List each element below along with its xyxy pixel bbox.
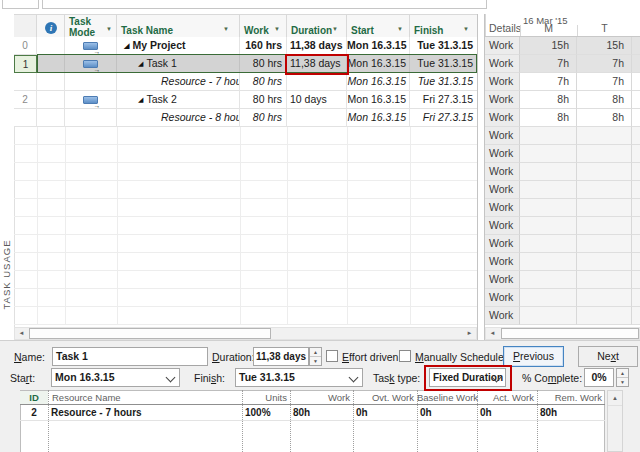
filter-arrow-icon[interactable]: ▼	[463, 24, 469, 35]
finish-cell[interactable]: Fri 27.3.15	[410, 109, 477, 127]
work-value-cell[interactable]	[520, 181, 577, 199]
grid-header-work[interactable]: Work	[290, 392, 350, 404]
work-value-cell[interactable]	[577, 289, 632, 307]
row-number[interactable]	[14, 73, 37, 91]
work-value-cell[interactable]	[577, 127, 632, 145]
start-dropdown[interactable]: Mon 16.3.15	[51, 368, 180, 387]
grid-row-resource-name[interactable]: Resource - 7 hours	[51, 406, 142, 419]
scroll-up-icon[interactable]: ▲	[608, 391, 622, 406]
work-cell[interactable]: 80 hrs	[240, 109, 287, 127]
work-value-cell[interactable]: 15h	[520, 37, 577, 55]
finish-cell[interactable]: Tue 31.3.15	[410, 55, 477, 73]
day-header-monday[interactable]: M	[520, 22, 577, 34]
info-cell[interactable]	[37, 91, 65, 109]
grid-row-units[interactable]: 100%	[245, 406, 271, 419]
empty-sheet-row[interactable]	[14, 127, 477, 145]
work-value-cell[interactable]: 8h	[577, 109, 632, 127]
info-cell[interactable]	[37, 55, 65, 73]
row-number[interactable]: 2	[14, 91, 37, 109]
work-cell[interactable]: 80 hrs	[240, 91, 287, 109]
empty-sheet-row[interactable]	[14, 289, 477, 307]
select-all-corner[interactable]	[14, 15, 37, 38]
finish-cell[interactable]: Tue 31.3.15	[410, 37, 477, 55]
empty-sheet-row[interactable]	[14, 253, 477, 271]
start-cell[interactable]: Mon 16.3.15	[347, 37, 410, 55]
duration-cell[interactable]	[287, 109, 347, 127]
task-type-dropdown[interactable]: Fixed Duration	[429, 368, 506, 387]
filter-arrow-icon[interactable]: ▼	[274, 24, 280, 35]
start-cell[interactable]: Mon 16.3.15	[347, 55, 410, 73]
start-cell[interactable]: Mon 16.3.15	[347, 91, 410, 109]
task-mode-cell[interactable]	[65, 109, 117, 127]
grid-row-work[interactable]: 80h	[293, 406, 310, 419]
work-value-cell[interactable]	[520, 145, 577, 163]
grid-row-baseline-work[interactable]: 0h	[420, 406, 432, 419]
column-header-info[interactable]: i	[37, 15, 65, 38]
grid-header-act-work[interactable]: Act. Work	[477, 392, 534, 404]
table-row-task-2[interactable]: 2 → ◢Task 2 80 hrs 10 days Mon 16.3.15 F…	[14, 91, 477, 109]
grid-header-resource-name[interactable]: Resource Name	[52, 392, 121, 404]
column-header-duration[interactable]: Duration ▼	[287, 15, 347, 38]
work-value-cell[interactable]	[520, 307, 577, 325]
empty-sheet-row[interactable]	[14, 235, 477, 253]
work-value-cell[interactable]: 7h	[577, 55, 632, 73]
grid-header-baseline-work[interactable]: Baseline Work	[417, 392, 477, 404]
table-row-my-project[interactable]: 0 → ◢My Project 160 hrs 11,38 days Mon 1…	[14, 37, 477, 55]
task-mode-cell[interactable]	[65, 73, 117, 91]
scrollbar-thumb[interactable]	[29, 328, 271, 339]
grid-row-id[interactable]: 2	[20, 406, 48, 419]
work-cell[interactable]: 80 hrs	[240, 55, 287, 73]
scroll-right-icon[interactable]: ►	[463, 328, 476, 339]
info-cell[interactable]	[37, 73, 65, 91]
expand-triangle-icon[interactable]: ◢	[138, 96, 143, 103]
work-value-cell[interactable]	[520, 127, 577, 145]
column-header-start[interactable]: Start ▼	[347, 15, 410, 38]
work-value-cell[interactable]	[577, 181, 632, 199]
work-value-cell[interactable]: 8h	[520, 91, 577, 109]
info-cell[interactable]	[37, 109, 65, 127]
filter-arrow-icon[interactable]: ▼	[332, 24, 338, 35]
empty-sheet-row[interactable]	[14, 199, 477, 217]
column-header-task-mode[interactable]: Task Mode ▼	[65, 15, 117, 38]
finish-cell[interactable]: Tue 31.3.15	[410, 73, 477, 91]
row-number[interactable]: 1	[14, 55, 37, 73]
table-row-task-1-selected[interactable]: 1 → ◢Task 1 80 hrs 11,38 days Mon 16.3.1…	[14, 55, 477, 73]
work-value-cell[interactable]	[577, 217, 632, 235]
grid-row-rem-work[interactable]: 80h	[540, 406, 557, 419]
work-cell[interactable]: 160 hrs	[240, 37, 287, 55]
usage-horizontal-scrollbar[interactable]: ◄	[485, 327, 640, 340]
duration-cell[interactable]: 11,38 days	[287, 55, 347, 73]
scrollbar-thumb[interactable]	[501, 328, 639, 339]
duration-cell[interactable]: 11,38 days	[287, 37, 347, 55]
grid-header-ovt-work[interactable]: Ovt. Work	[353, 392, 414, 404]
expand-triangle-icon[interactable]: ◢	[138, 60, 143, 67]
task-name-cell[interactable]: ◢My Project	[117, 37, 240, 55]
work-value-cell[interactable]	[520, 217, 577, 235]
resource-name-cell[interactable]: Resource - 7 hours	[117, 73, 240, 91]
work-value-cell[interactable]	[577, 235, 632, 253]
name-input[interactable]: Task 1	[52, 347, 208, 366]
manually-scheduled-checkbox[interactable]	[399, 350, 411, 362]
task-mode-cell[interactable]: →	[65, 37, 117, 55]
effort-driven-checkbox[interactable]	[326, 350, 338, 362]
work-value-cell[interactable]	[520, 271, 577, 289]
info-cell[interactable]	[37, 37, 65, 55]
work-value-cell[interactable]	[577, 145, 632, 163]
resource-name-cell[interactable]: Resource - 8 hours	[117, 109, 240, 127]
scroll-left-icon[interactable]: ◄	[15, 328, 28, 339]
table-row-resource-7[interactable]: Resource - 7 hours 80 hrs Mon 16.3.15 Tu…	[14, 73, 477, 91]
work-value-cell[interactable]: 7h	[520, 55, 577, 73]
task-mode-cell[interactable]: →	[65, 91, 117, 109]
grid-vertical-scrollbar[interactable]: ▲	[607, 390, 623, 452]
grid-header-id[interactable]: ID	[20, 391, 48, 404]
finish-cell[interactable]: Fri 27.3.15	[410, 91, 477, 109]
empty-sheet-row[interactable]	[14, 181, 477, 199]
work-value-cell[interactable]: 7h	[520, 73, 577, 91]
grid-row-ovt-work[interactable]: 0h	[356, 406, 368, 419]
grid-row-act-work[interactable]: 0h	[480, 406, 492, 419]
filter-arrow-icon[interactable]: ▼	[397, 24, 403, 35]
work-value-cell[interactable]	[520, 253, 577, 271]
next-button[interactable]: Next	[578, 346, 638, 367]
work-value-cell[interactable]	[577, 307, 632, 325]
empty-sheet-row[interactable]	[14, 217, 477, 235]
